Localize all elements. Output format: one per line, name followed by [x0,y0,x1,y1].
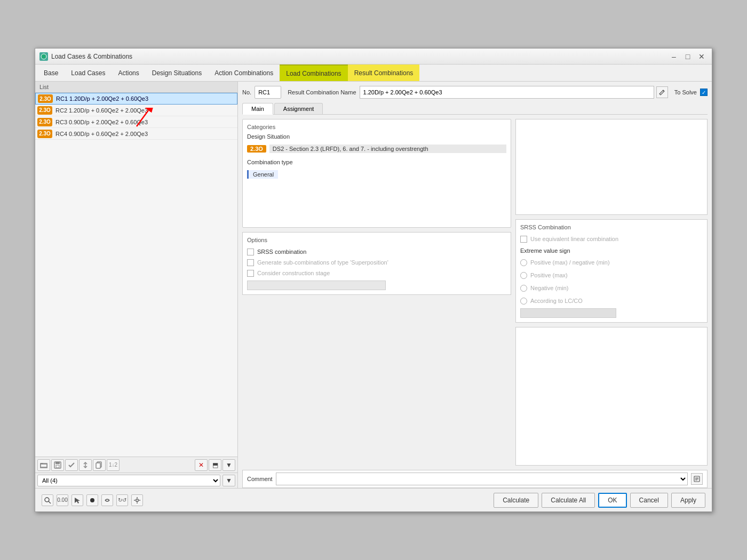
app-icon [39,52,48,61]
no-input[interactable] [255,86,281,99]
no-field-group: No. [242,86,281,99]
svg-rect-11 [96,463,100,468]
item-badge: 2.3O [37,130,52,138]
list-item[interactable]: 2.3O RC3 0.90D/p + 2.00Qe2 + 0.60Qe3 [35,116,237,128]
list-header: List [35,82,237,93]
rc-name-label: Result Combination Name [288,89,356,95]
menu-design-situations[interactable]: Design Situations [146,65,208,81]
menu-base[interactable]: Base [37,65,65,81]
item-text: RC3 0.90D/p + 2.00Qe2 + 0.60Qe3 [55,119,148,125]
srss-option-row: SRSS combination [247,246,506,257]
combo-type-value: General [247,170,278,179]
item-text: RC2 1.20D/p + 0.60Qe2 + 2.00Qe3 [55,107,148,114]
menu-load-combinations[interactable]: Load Combinations [280,65,347,81]
more-button[interactable]: ▼ [222,459,235,471]
apply-button[interactable]: Apply [671,493,705,508]
list-item[interactable]: 2.3O RC2 1.20D/p + 0.60Qe2 + 2.00Qe3 [35,105,237,116]
comment-select[interactable] [276,473,688,485]
top-right-empty [515,119,708,215]
sub-combo-label: Generate sub-combinations of type 'Super… [257,259,388,266]
radio-pos-neg[interactable] [520,259,527,266]
according-to-lc-gray [520,308,616,318]
options-gray-input [247,281,386,290]
svg-point-20 [90,498,94,502]
cancel-button[interactable]: Cancel [630,493,668,508]
radio-pos-neg-row: Positive (max) / negative (min) [520,257,703,268]
save-button[interactable] [51,459,64,471]
svg-line-18 [49,501,51,503]
comment-section: Comment [242,470,708,488]
list-area: 2.3O RC1 1.20D/p + 2.00Qe2 + 0.60Qe3 2.3… [35,93,237,457]
srss-section-title: SRSS Combination [520,224,703,230]
edit-name-button[interactable] [656,86,668,98]
tabs-row: Main Assignment [242,103,708,115]
delete-button[interactable]: ✕ [195,459,208,471]
list-toolbar: 1↓2 ✕ ⬒ ▼ [35,457,237,473]
bottom-icon-5[interactable] [101,494,113,506]
to-solve-checkbox[interactable] [700,89,708,96]
link-icon [104,497,111,504]
rc-name-input[interactable] [360,86,654,99]
radio-lc-co[interactable] [520,298,527,305]
numbering-button[interactable]: 1↓2 [107,459,120,471]
bottom-icon-7[interactable] [131,494,143,506]
categories-spacer [247,180,506,223]
copy-button[interactable] [93,459,106,471]
sub-combo-option-row: Generate sub-combinations of type 'Super… [247,257,506,268]
design-situation-row: 2.3O DS2 - Section 2.3 (LRFD), 6. and 7.… [247,143,506,155]
radio-neg-label: Negative (min) [530,285,569,291]
menu-actions[interactable]: Actions [112,65,145,81]
bottom-icon-3[interactable] [71,494,83,506]
radio-pos-label: Positive (max) [530,272,568,278]
minimize-button[interactable]: – [668,51,680,62]
ds-badge: 2.3O [247,145,266,153]
construction-label: Consider construction stage [257,270,330,276]
rc-name-row [360,86,668,99]
comment-edit-button[interactable] [691,473,703,485]
check-button[interactable] [65,459,78,471]
left-column: Categories Design Situation 2.3O DS2 - S… [242,119,511,466]
tab-main[interactable]: Main [242,103,273,115]
calculate-all-button[interactable]: Calculate All [542,493,595,508]
menu-action-combinations[interactable]: Action Combinations [208,65,280,81]
header-row: No. Result Combination Name To Solve [242,86,708,99]
options-input-row [247,281,506,290]
list-item[interactable]: 2.3O RC1 1.20D/p + 2.00Qe2 + 0.60Qe3 [35,93,237,105]
use-equiv-checkbox[interactable] [520,236,527,243]
close-button[interactable]: ✕ [696,51,708,62]
to-solve-label: To Solve [674,89,697,95]
comment-label: Comment [247,476,273,482]
radio-lc-co-row: According to LC/CO [520,295,703,306]
combo-type-area: Combination type General [247,159,506,180]
options-section: Options SRSS combination Generate sub-co… [242,232,511,295]
arrows-button[interactable] [79,459,92,471]
menu-load-cases[interactable]: Load Cases [65,65,112,81]
bottom-icon-4[interactable] [86,494,98,506]
item-badge: 2.3O [37,118,52,126]
construction-checkbox[interactable] [247,270,254,277]
dot-icon [89,497,96,504]
ok-button[interactable]: OK [598,493,626,508]
open-folder-button[interactable] [37,459,50,471]
item-badge: 2.3O [38,94,53,103]
construction-option-row: Consider construction stage [247,268,506,278]
list-item[interactable]: 2.3O RC4 0.90D/p + 0.60Qe2 + 2.00Qe3 [35,128,237,140]
bottom-icon-2[interactable]: 0.00 [57,494,68,506]
menu-result-combinations[interactable]: Result Combinations [348,65,420,81]
combo-type-label: Combination type [247,159,506,165]
radio-lc-co-label: According to LC/CO [530,298,583,304]
maximize-button[interactable]: □ [682,51,694,62]
tab-assignment[interactable]: Assignment [274,103,323,114]
radio-neg[interactable] [520,285,527,292]
titlebar: Load Cases & Combinations – □ ✕ [35,49,712,65]
bottom-icon-1[interactable] [42,494,53,506]
split-button[interactable]: ⬒ [209,459,221,471]
radio-pos[interactable] [520,272,527,279]
srss-checkbox[interactable] [247,249,254,255]
filter-select[interactable]: All (4) [37,475,220,486]
filter-dropdown-button[interactable]: ▼ [222,475,235,486]
search-icon [44,497,51,504]
sub-combo-checkbox[interactable] [247,259,254,266]
bottom-icon-6[interactable]: ↻↺ [116,494,128,506]
calculate-button[interactable]: Calculate [494,493,538,508]
